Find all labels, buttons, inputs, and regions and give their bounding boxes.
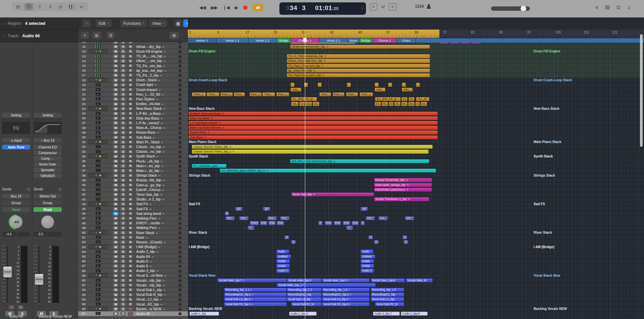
region-clip[interactable]: OL (401, 102, 408, 106)
track-lane[interactable]: EWOEWEWEWEEWEWEWEWE (188, 221, 644, 226)
mute-button[interactable]: M (113, 312, 118, 316)
track-updown-icon[interactable]: ˄˅ (153, 137, 155, 139)
region-inspector-header[interactable]: › Region: 4 selected (0, 17, 78, 30)
track-updown-icon[interactable]: ˄˅ (162, 284, 164, 287)
automation-mode-button[interactable]: Read (2, 207, 30, 212)
track-lane[interactable]: HiHat-movement-dry_bip↻ (188, 44, 644, 49)
region-clip[interactable]: O (291, 240, 296, 244)
region-clip[interactable]: DS_ (225, 216, 235, 221)
mute-button[interactable]: M (113, 112, 118, 116)
track-header-row[interactable]: 45MSRSad FX˄˅ (78, 207, 188, 211)
arrangement-marker[interactable]: Outro (397, 38, 416, 43)
record-enable-button[interactable]: R (128, 231, 133, 235)
solo-button[interactable]: S (120, 112, 126, 116)
track-updown-icon[interactable]: ˄˅ (163, 241, 165, 244)
region-clip[interactable]: TS_IA_Tom-metanoia_bip↻ (287, 54, 430, 58)
record-enable-button[interactable]: R (128, 197, 133, 201)
track-name[interactable]: Riser˄˅ (136, 235, 176, 239)
region-clip[interactable]: Vocals Main_bip_2 ○ (277, 283, 376, 287)
stack-disclosure[interactable]: ˅ (88, 154, 108, 158)
region-clip[interactable]: KY_shimmer_piano [Olive_bip_2↻ (220, 169, 436, 173)
output-button[interactable]: Stereo Out (34, 194, 62, 198)
solo-button[interactable]: S (120, 288, 126, 292)
track-updown-icon[interactable]: ˄˅ (149, 208, 151, 211)
solo-button[interactable]: S (120, 121, 126, 125)
mute-button[interactable]: M (113, 102, 118, 106)
track-updown-icon[interactable]: ˄˅ (160, 304, 162, 306)
solo-button[interactable]: S (120, 140, 126, 144)
region-clip[interactable]: Perc_ (262, 92, 275, 97)
track-header-row[interactable]: 57MSRAudio 6˄˅ (78, 264, 188, 268)
track-lane[interactable]: Oliver_Perc-high-tom_bip↻ (188, 59, 644, 63)
mute-button[interactable]: M (113, 45, 118, 49)
mute-button[interactable]: M (113, 136, 118, 139)
solo-button[interactable]: S (120, 255, 126, 259)
track-name[interactable]: Vocal Dub R_bip˄˅ (136, 292, 176, 297)
mute-button[interactable]: M (113, 64, 118, 68)
region-clip[interactable]: O (404, 240, 408, 244)
arrangement-marker[interactable]: Bridge (277, 38, 291, 43)
track-header-row[interactable]: 17MSRTS_Pa...2_bip˄˅ (78, 73, 188, 78)
mute-button[interactable]: M (113, 202, 118, 206)
track-name[interactable]: L-P Ar...verse2˄˅ (136, 121, 176, 125)
solo-button[interactable]: S (120, 126, 126, 130)
track-name[interactable]: Audio 5˄˅ (136, 259, 176, 263)
record-enable-button[interactable]: R (128, 260, 133, 263)
region-clip[interactable] (318, 83, 322, 87)
track-updown-icon[interactable]: ˄˅ (149, 203, 151, 206)
stack-disclosure[interactable]: ˅ (88, 231, 108, 235)
mute-button[interactable]: M (113, 183, 118, 187)
track-updown-icon[interactable]: ˄˅ (162, 46, 164, 48)
region-clip[interactable]: EW (334, 221, 341, 225)
region-clip[interactable]: 031_ (402, 88, 413, 92)
track-lane[interactable]: Audio 1_bipAudio 1_bip.6Audio 1_bip.7Aud… (188, 311, 644, 316)
region-clip[interactable] (375, 83, 379, 87)
solo-button[interactable]: S (120, 312, 126, 316)
track-header-row[interactable]: 13MSRTS_IA_...oia_bip˄˅ (78, 54, 188, 59)
nudge-up-button[interactable]: ↑ (82, 19, 91, 27)
track-updown-icon[interactable]: ˄˅ (160, 194, 162, 196)
region-clip[interactable]: Recording#21_bip.4 ○ (322, 292, 370, 297)
track-updown-icon[interactable]: ˄˅ (162, 146, 164, 148)
region-clip[interactable]: DS_ (378, 216, 388, 221)
region-clip[interactable]: EWO (250, 221, 259, 225)
region-clip[interactable]: EW (277, 221, 284, 225)
record-enable-button[interactable]: R (128, 207, 133, 211)
region-clip[interactable]: Recording_bip_1.6 ○ (322, 288, 370, 292)
track-name[interactable]: Vocal S...ck New˄˅ (136, 273, 176, 277)
aux-value-box[interactable] (48, 232, 62, 237)
track-name[interactable]: Main-r...tro_bip˄˅ (136, 164, 176, 168)
track-updown-icon[interactable]: ˄˅ (164, 55, 166, 58)
track-updown-icon[interactable]: ˄˅ (161, 165, 163, 168)
region-clip[interactable]: Recording_bip_1.1 ○ (224, 288, 287, 292)
track-header-row[interactable]: 50˅MSRRiser Stack˄˅ (78, 230, 188, 235)
track-name[interactable]: EdenP...Chorus˄˅ (136, 188, 176, 192)
track-header-row[interactable]: 56MSRAudio 5˄˅ (78, 259, 188, 264)
track-header-row[interactable]: 37♪MSRMain-r...dy_bip˄˅ (78, 168, 188, 173)
mute-button[interactable]: M (113, 59, 118, 63)
track-name[interactable]: Audio 2_bip˄˅ (136, 249, 176, 254)
region-clip[interactable]: Studio Trombone 2_bip↻ (374, 197, 429, 201)
solo-button[interactable]: S (120, 54, 126, 58)
mute-button[interactable]: M (113, 174, 118, 177)
record-enable-button[interactable]: R (128, 121, 133, 125)
region-clip[interactable]: Audio 1_bip.6 (289, 312, 317, 316)
track-updown-icon[interactable]: ˄˅ (161, 103, 163, 105)
track-lane[interactable]: KY_shimmer_piano [Olive_bip_2↻ (188, 168, 644, 173)
mute-button[interactable]: M (113, 178, 118, 182)
region-clip[interactable]: OL (291, 102, 299, 106)
track-updown-icon[interactable]: ˄˅ (151, 256, 153, 258)
solo-button[interactable]: S (120, 283, 126, 287)
record-enable-button[interactable]: R (128, 169, 133, 173)
record-enable-button[interactable]: R (128, 112, 133, 116)
track-updown-icon[interactable]: ˄˅ (162, 113, 164, 115)
track-lane[interactable]: Backing Vocals NEWBacking Vocals NEW (188, 307, 644, 311)
track-name[interactable]: Main-r...dy_bip˄˅ (136, 169, 176, 173)
region-clip[interactable]: Audio 1_bip.8 (401, 312, 428, 316)
track-header-row[interactable]: 62MSRVocal Dub L_bip˄˅ (78, 287, 188, 292)
region-clip[interactable]: O (374, 240, 379, 244)
track-header-row[interactable]: 25MSRL-P Bri...p-Bass˄˅ (78, 111, 188, 116)
track-header-row[interactable]: 11MSRHiHat-...dry_bip˄˅ (78, 44, 188, 49)
record-enable-button[interactable]: R (128, 145, 133, 149)
record-enable-button[interactable]: R (128, 59, 133, 63)
